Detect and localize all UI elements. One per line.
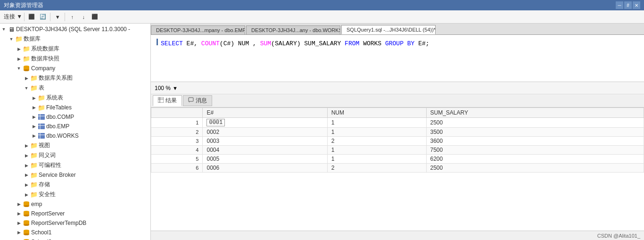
- toolbar-btn-down[interactable]: ↓: [78, 12, 89, 22]
- tree-node-emp[interactable]: ▶emp: [0, 199, 150, 209]
- node-icon-views: 📁: [30, 142, 38, 149]
- node-icon-company: [23, 65, 30, 72]
- expand-icon-dboemp[interactable]: ▶: [30, 123, 38, 130]
- tree-node-systables[interactable]: ▶📁系统表: [0, 93, 150, 103]
- node-icon-reportservertempdb: [23, 220, 30, 226]
- svg-rect-9: [38, 133, 45, 139]
- tree-area[interactable]: ▼🖥DESKTOP-3JH34J6 (SQL Server 11.0.3000 …: [0, 24, 150, 240]
- expand-icon-security[interactable]: ▶: [23, 191, 30, 199]
- tree-node-synonyms[interactable]: ▶📁同义词: [0, 150, 150, 160]
- node-icon-dbocomp: [38, 114, 45, 120]
- cell-rownum-0: 1: [151, 118, 203, 128]
- zoom-dropdown[interactable]: ▼: [173, 85, 178, 91]
- tree-node-server[interactable]: ▼🖥DESKTOP-3JH34J6 (SQL Server 11.0.3000 …: [0, 25, 150, 34]
- node-icon-emp: [23, 201, 30, 207]
- tree-node-school1[interactable]: ▶School1: [0, 228, 150, 237]
- tab-tab2[interactable]: DESKTOP-3JH34J...any - dbo.WORKS: [246, 25, 340, 34]
- tab-tab1[interactable]: DESKTOP-3JH34J...mpany - dbo.EMP: [151, 25, 245, 34]
- expand-icon-storage[interactable]: ▶: [23, 181, 30, 189]
- col-header-num: NUM: [327, 108, 426, 118]
- data-table-container[interactable]: E#NUMSUM_SALARY1000112500200021350030003…: [151, 108, 644, 231]
- cell-e-2: 0003: [203, 137, 327, 146]
- tab-tab3[interactable]: SQLQuery1.sql -...JH34J6\DELL (54))*×: [341, 25, 436, 34]
- connect-label[interactable]: 连接 ▼: [4, 13, 22, 21]
- cell-salary-1: 3500: [426, 128, 644, 137]
- expand-icon-databases[interactable]: ▼: [8, 35, 15, 43]
- svg-rect-3: [38, 114, 45, 120]
- tree-node-filetables[interactable]: ▶📁FileTables: [0, 103, 150, 112]
- tree-node-storage[interactable]: ▶📁存储: [0, 180, 150, 190]
- tree-node-dbocomp[interactable]: ▶dbo.COMP: [0, 112, 150, 122]
- expand-icon-views[interactable]: ▶: [23, 142, 30, 149]
- tree-node-servicebroker[interactable]: ▶📁Service Broker: [0, 170, 150, 180]
- node-label-dboemp: dbo.EMP: [46, 123, 69, 130]
- cell-num-5: 2: [327, 164, 426, 173]
- node-label-databases: 数据库: [24, 35, 41, 43]
- tree-node-reportservertempdb[interactable]: ▶ReportServerTempDB: [0, 218, 150, 228]
- expand-icon-tables[interactable]: ▼: [23, 84, 30, 92]
- expand-icon-synonyms[interactable]: ▶: [23, 152, 30, 159]
- toolbar-btn-up[interactable]: ↑: [67, 12, 77, 22]
- tree-node-dboemp[interactable]: ▶dbo.EMP: [0, 122, 150, 131]
- toolbar-btn-1[interactable]: ⬛: [26, 12, 37, 22]
- node-label-dbocomp: dbo.COMP: [46, 114, 74, 120]
- tree-node-sysdbs[interactable]: ▶📁系统数据库: [0, 44, 150, 54]
- table-row: 2000213500: [151, 128, 644, 137]
- expand-icon-reportservertempdb[interactable]: ▶: [15, 219, 23, 227]
- node-icon-dbdiagrams: 📁: [30, 75, 38, 82]
- expand-icon-programmability[interactable]: ▶: [23, 162, 30, 169]
- expand-icon-filetables[interactable]: ▶: [30, 104, 38, 111]
- result-tab-messages[interactable]: 消息: [183, 95, 212, 106]
- cell-salary-4: 6200: [426, 155, 644, 164]
- tree-node-databases[interactable]: ▼📁数据库: [0, 34, 150, 44]
- expand-icon-company[interactable]: ▼: [15, 65, 23, 72]
- node-icon-school1: [23, 229, 30, 236]
- float-button[interactable]: #: [624, 1, 632, 9]
- cell-e-4: 0005: [203, 155, 327, 164]
- toolbar-btn-sync[interactable]: ⬛: [90, 12, 100, 22]
- node-icon-servicebroker: 📁: [30, 172, 38, 178]
- line-indicator: [157, 39, 158, 45]
- node-icon-security: 📁: [30, 191, 38, 198]
- expand-icon-emp[interactable]: ▶: [15, 200, 23, 208]
- node-label-synonyms: 同义词: [39, 151, 56, 159]
- expand-icon-sysdbs[interactable]: ▶: [15, 45, 23, 53]
- minimize-button[interactable]: ─: [616, 1, 623, 9]
- expand-icon-server[interactable]: ▼: [0, 25, 8, 33]
- expand-icon-dbocomp[interactable]: ▶: [30, 113, 38, 121]
- result-tabs: 结果消息: [151, 94, 644, 108]
- expand-icon-servicebroker[interactable]: ▶: [23, 171, 30, 179]
- expand-icon-snapshots[interactable]: ▶: [15, 55, 23, 63]
- cell-e-3: 0004: [203, 146, 327, 155]
- editor-area[interactable]: SELECT E#, COUNT(C#) NUM , SUM(SALARY) S…: [151, 35, 644, 82]
- tree-node-school2[interactable]: ▶School2: [0, 237, 150, 240]
- toolbar-btn-filter[interactable]: ▼: [52, 12, 63, 22]
- expand-icon-school1[interactable]: ▶: [15, 229, 23, 236]
- tree-node-programmability[interactable]: ▶📁可编程性: [0, 160, 150, 170]
- expand-icon-systables[interactable]: ▶: [30, 94, 38, 102]
- expand-icon-reportserver[interactable]: ▶: [15, 210, 23, 217]
- toolbar-btn-2[interactable]: 🔄: [38, 12, 48, 22]
- right-panel: DESKTOP-3JH34J...mpany - dbo.EMPDESKTOP-…: [151, 24, 644, 240]
- result-tab-results[interactable]: 结果: [153, 95, 182, 106]
- node-label-views: 视图: [39, 141, 50, 149]
- tree-node-company[interactable]: ▼Company: [0, 64, 150, 73]
- title-bar-left: 对象资源管理器: [4, 1, 43, 9]
- col-header-sum_salary: SUM_SALARY: [426, 108, 644, 118]
- tree-node-reportserver[interactable]: ▶ReportServer: [0, 209, 150, 218]
- col-header-e#: E#: [203, 108, 327, 118]
- expand-icon-dbdiagrams[interactable]: ▶: [23, 74, 30, 82]
- table-row: 1000112500: [151, 118, 644, 128]
- tree-node-security[interactable]: ▶📁安全性: [0, 190, 150, 199]
- tree-node-views[interactable]: ▶📁视图: [0, 141, 150, 150]
- toolbar-separator-2: [50, 13, 50, 21]
- tree-node-dbdiagrams[interactable]: ▶📁数据库关系图: [0, 73, 150, 83]
- expand-icon-dboworks[interactable]: ▶: [30, 132, 38, 140]
- expand-icon-school2[interactable]: ▶: [15, 238, 23, 240]
- tree-node-tables[interactable]: ▼📁表: [0, 83, 150, 93]
- title-bar: 对象资源管理器 ─ # ✕: [0, 0, 644, 10]
- close-sidebar-button[interactable]: ✕: [633, 1, 640, 9]
- title-bar-controls[interactable]: ─ # ✕: [616, 1, 640, 9]
- tree-node-snapshots[interactable]: ▶📁数据库快照: [0, 54, 150, 64]
- tree-node-dboworks[interactable]: ▶dbo.WORKS: [0, 131, 150, 141]
